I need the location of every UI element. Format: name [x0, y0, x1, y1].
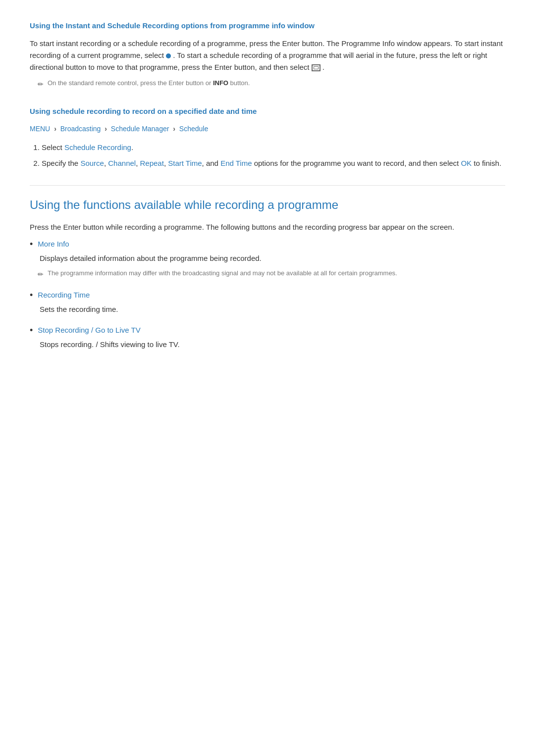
- list-item-recording-time: • Recording Time Sets the recording time…: [30, 289, 505, 315]
- bullet-dot-2: •: [30, 289, 33, 302]
- step2: Specify the Source, Channel, Repeat, Sta…: [42, 157, 505, 169]
- step2-ok: OK: [461, 159, 472, 167]
- more-info-note-text: The programme information may differ wit…: [48, 268, 397, 279]
- recording-time-label: Recording Time: [38, 289, 90, 301]
- breadcrumb-sep3: ›: [173, 125, 175, 133]
- list-item-stop-recording: • Stop Recording / Go to Live TV Stops r…: [30, 324, 505, 351]
- breadcrumb-menu: MENU: [30, 125, 50, 133]
- step2-end-time: End Time: [220, 159, 252, 167]
- step2-start-time: Start Time: [168, 159, 202, 167]
- step1-prefix: Select: [42, 143, 62, 151]
- step1-suffix: .: [131, 143, 133, 151]
- breadcrumb: MENU › Broadcasting › Schedule Manager ›…: [30, 123, 505, 134]
- pencil-icon: ✏: [38, 79, 44, 90]
- stop-recording-desc: Stops recording. / Shifts viewing to liv…: [40, 339, 505, 351]
- step2-repeat: Repeat: [140, 159, 164, 167]
- step2-prefix: Specify the: [42, 159, 78, 167]
- section-schedule-recording: Using schedule recording to record on a …: [30, 105, 505, 169]
- more-info-row: • More Info: [30, 238, 505, 251]
- schedule-record-icon: [312, 64, 321, 71]
- section-instant-schedule: Using the Instant and Schedule Recording…: [30, 20, 505, 90]
- step2-source: Source: [80, 159, 104, 167]
- bullet-dot-1: •: [30, 238, 33, 251]
- breadcrumb-schedule-manager: Schedule Manager: [111, 125, 169, 133]
- step1-highlight: Schedule Recording: [64, 143, 131, 151]
- section1-body1c: .: [322, 63, 324, 71]
- bullet-dot-3: •: [30, 324, 33, 337]
- section2-title: Using schedule recording to record on a …: [30, 105, 505, 117]
- breadcrumb-schedule: Schedule: [179, 125, 208, 133]
- record-circle-icon: [166, 53, 171, 58]
- more-info-note: ✏ The programme information may differ w…: [38, 268, 505, 280]
- more-info-label: More Info: [38, 238, 69, 250]
- recording-time-desc: Sets the recording time.: [40, 303, 505, 315]
- section1-note-text: On the standard remote control, press th…: [48, 78, 250, 89]
- schedule-steps: Select Schedule Recording. Specify the S…: [42, 142, 505, 169]
- section-functions-while-recording: Using the functions available while reco…: [30, 185, 505, 351]
- section3-intro: Press the Enter button while recording a…: [30, 221, 505, 233]
- section1-note: ✏ On the standard remote control, press …: [38, 78, 505, 90]
- breadcrumb-broadcasting: Broadcasting: [60, 125, 101, 133]
- section3-title: Using the functions available while reco…: [30, 185, 505, 214]
- section1-title: Using the Instant and Schedule Recording…: [30, 20, 505, 32]
- step2-channel: Channel: [108, 159, 136, 167]
- pencil-icon-2: ✏: [38, 269, 44, 280]
- more-info-desc: Displays detailed information about the …: [40, 252, 505, 264]
- stop-recording-row: • Stop Recording / Go to Live TV: [30, 324, 505, 337]
- stop-recording-label: Stop Recording / Go to Live TV: [38, 324, 140, 336]
- step1: Select Schedule Recording.: [42, 142, 505, 153]
- section1-body: To start instant recording or a schedule…: [30, 38, 505, 73]
- step2-middle: options for the programme you want to re…: [254, 159, 461, 167]
- breadcrumb-sep2: ›: [105, 125, 107, 133]
- list-item-more-info: • More Info Displays detailed informatio…: [30, 238, 505, 280]
- breadcrumb-sep1: ›: [54, 125, 56, 133]
- recording-time-row: • Recording Time: [30, 289, 505, 302]
- step2-suffix: to finish.: [474, 159, 501, 167]
- functions-list: • More Info Displays detailed informatio…: [30, 238, 505, 351]
